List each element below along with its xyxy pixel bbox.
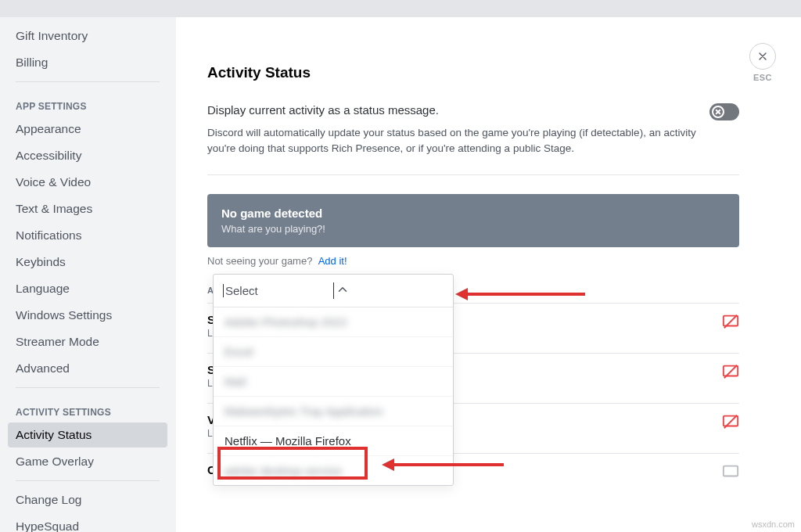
- sidebar-item-notifications[interactable]: Notifications: [8, 223, 167, 248]
- hint-text: Not seeing your game?: [207, 255, 312, 267]
- sidebar-item-text-images[interactable]: Text & Images: [8, 196, 167, 221]
- sidebar-item-activity-status[interactable]: Activity Status: [8, 422, 167, 448]
- sidebar-item-voice-video[interactable]: Voice & Video: [8, 170, 167, 195]
- sidebar-item-gift-inventory[interactable]: Gift Inventory: [8, 23, 167, 49]
- select-option-netflix[interactable]: Netflix — Mozilla Firefox: [214, 426, 453, 455]
- sidebar-item-game-overlay[interactable]: Game Overlay: [8, 449, 167, 474]
- sidebar-item-streamer-mode[interactable]: Streamer Mode: [8, 329, 167, 354]
- select-option[interactable]: Adobe Photoshop 2022: [214, 307, 453, 336]
- page-title: Activity Status: [207, 64, 739, 81]
- close-button[interactable]: [749, 43, 776, 70]
- overlay-off-icon[interactable]: [722, 313, 739, 330]
- overlay-off-icon[interactable]: [722, 363, 739, 380]
- settings-sidebar: Gift Inventory Billing APP SETTINGS Appe…: [0, 17, 176, 532]
- annotation-arrow: [455, 288, 585, 300]
- svg-rect-6: [724, 466, 738, 476]
- sidebar-item-windows-settings[interactable]: Windows Settings: [8, 303, 167, 328]
- select-option[interactable]: Excel: [214, 336, 453, 366]
- select-option[interactable]: Malwarebytes Tray Application: [214, 396, 453, 426]
- divider: [16, 480, 160, 481]
- add-game-hint: Not seeing your game? Add it!: [207, 255, 739, 267]
- select-option[interactable]: Mail: [214, 366, 453, 396]
- sidebar-item-language[interactable]: Language: [8, 276, 167, 301]
- divider: [16, 81, 160, 82]
- select-input-row[interactable]: Select: [214, 275, 453, 307]
- banner-subtitle: What are you playing?!: [221, 223, 725, 235]
- window-titlebar: [0, 0, 801, 17]
- sidebar-item-hypesquad[interactable]: HypeSquad: [8, 514, 167, 532]
- banner-title: No game detected: [221, 207, 725, 220]
- add-game-link[interactable]: Add it!: [318, 255, 347, 267]
- game-select-dropdown[interactable]: Select Adobe Photoshop 2022 Excel Mail M…: [213, 274, 454, 486]
- sidebar-item-billing[interactable]: Billing: [8, 50, 167, 75]
- sidebar-item-change-log[interactable]: Change Log: [8, 487, 167, 512]
- annotation-arrow: [382, 458, 504, 471]
- watermark: wsxdn.com: [752, 519, 795, 529]
- overlay-on-icon[interactable]: [722, 463, 739, 480]
- sidebar-header-activity-settings: ACTIVITY SETTINGS: [8, 394, 167, 422]
- divider: [207, 174, 739, 175]
- toggle-knob: [712, 106, 724, 118]
- chevron-up-icon: [333, 282, 444, 299]
- toggle-label-display-activity: Display current activity as a status mes…: [207, 103, 694, 117]
- toggle-description: Discord will automatically update your s…: [207, 125, 724, 156]
- sidebar-item-appearance[interactable]: Appearance: [8, 117, 167, 142]
- sidebar-item-accessibility[interactable]: Accessibility: [8, 143, 167, 168]
- overlay-off-icon[interactable]: [722, 413, 739, 430]
- sidebar-header-app-settings: APP SETTINGS: [8, 88, 167, 117]
- no-game-banner: No game detected What are you playing?!: [207, 194, 739, 247]
- esc-label: ESC: [749, 73, 776, 82]
- close-icon: [756, 50, 769, 63]
- divider: [16, 387, 160, 388]
- select-placeholder: Select: [223, 284, 333, 297]
- toggle-display-activity[interactable]: [709, 103, 739, 120]
- sidebar-item-keybinds[interactable]: Keybinds: [8, 250, 167, 275]
- sidebar-item-advanced[interactable]: Advanced: [8, 356, 167, 381]
